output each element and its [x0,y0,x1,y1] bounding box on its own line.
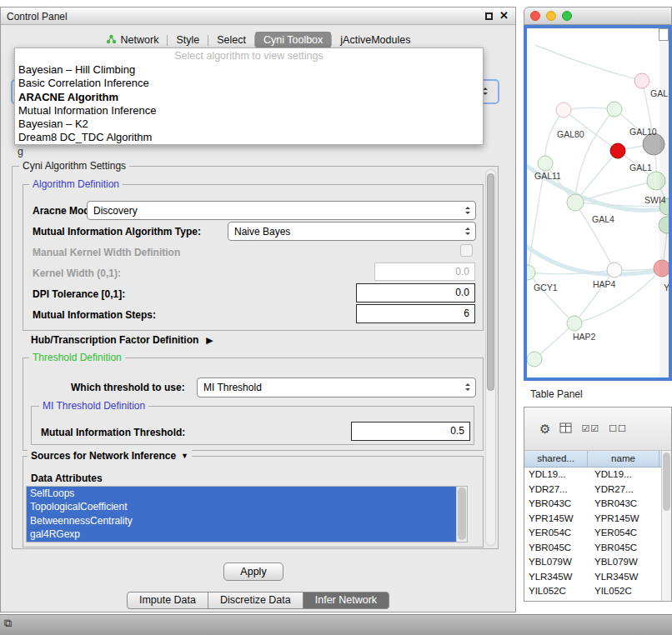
cell-name[interactable]: YDR27... [588,482,659,498]
cell-name[interactable]: YPR145W [588,512,659,527]
cell-shared-name[interactable]: YPR145W [524,512,588,527]
kernel-width-field[interactable]: 0.0 [374,262,475,281]
attribute-list-item[interactable]: gal4RGexp [27,528,456,541]
dropdown-item[interactable]: Bayesian – K2 [15,118,483,131]
combo-arrows-icon [463,378,475,397]
cell-name[interactable]: YIL052C [588,584,659,599]
table-scrollbar[interactable] [661,451,671,601]
tab-label: Cyni Toolbox [263,34,323,46]
tab-network[interactable]: Network [98,32,168,49]
select-columns-icon[interactable] [559,422,572,437]
dropdown-hint: Select algorithm to view settings [15,48,483,63]
node-gal4[interactable] [567,194,584,211]
node-label: GCY1 [534,282,558,292]
dropdown-item[interactable]: Basic Correlation Inference [15,77,483,90]
column-header-name[interactable]: name [588,451,659,467]
cell-name[interactable]: YBR043C [588,497,659,512]
zoom-traffic-light[interactable] [562,11,572,21]
cell-name[interactable]: YDL19... [588,468,659,482]
cell-shared-name[interactable]: YLR345W [524,570,588,585]
mi-steps-field[interactable]: 6 [356,304,475,323]
tab-cyni-toolbox[interactable]: Cyni Toolbox [255,32,331,48]
sources-toggle[interactable]: Sources for Network Inference ▼ [28,450,192,462]
dropdown-item[interactable]: Dream8 DC_TDC Algorithm [15,131,483,144]
dpi-tolerance-field[interactable]: 0.0 [356,283,475,302]
which-threshold-combo[interactable]: MI Threshold [197,378,476,398]
settings-scrollbar[interactable] [485,169,496,546]
table-header: shared... name [524,451,671,468]
node-gcy1[interactable] [527,265,535,280]
attribute-list-item[interactable]: BetweennessCentrality [27,514,456,528]
mi-type-combo[interactable]: Naive Bayes [228,222,476,241]
attribute-list-item[interactable]: SelfLoops [27,487,456,500]
float-window-icon[interactable] [485,12,493,20]
table-row[interactable]: YDR27... YDR27... 12 [524,482,671,498]
aracne-mode-combo[interactable]: Discovery [87,201,476,220]
table-row[interactable]: YER054C YER054C 8. [524,526,671,541]
dropdown-item[interactable]: Mutual Information Inference [15,104,483,118]
select-all-icon[interactable]: ☑☑ [581,423,599,434]
network-graph[interactable]: GAL GAL80 GAL10 GAL11 GAL1 SWI4 GAL4 GCY… [527,28,669,378]
cell-shared-name[interactable]: YBR045C [524,541,588,556]
cell-name[interactable]: YBL079W [588,555,659,570]
cell-shared-name[interactable]: YDL19... [524,468,588,482]
scrollbar-thumb[interactable] [458,488,466,540]
dropdown-item[interactable]: Bayesian – Hill Climbing [15,63,483,77]
attribute-list-scrollbar[interactable] [456,487,467,542]
cell-shared-name[interactable]: YBR043C [524,497,588,512]
mi-threshold-field[interactable]: 0.5 [351,422,470,441]
hub-definition-toggle[interactable]: Hub/Transcription Factor Definition ▶ [31,334,213,346]
network-scrollbar[interactable] [659,41,669,378]
cell-shared-name[interactable]: YER054C [524,526,588,541]
cell-shared-name[interactable]: YBL079W [524,555,588,570]
cell-shared-name[interactable]: YDR27... [524,482,588,498]
deselect-all-icon[interactable]: ☐☐ [609,423,627,434]
gear-icon[interactable]: ⚙ [539,422,550,437]
table-row[interactable]: YIL052C YIL052C [524,584,671,599]
manual-kernel-checkbox[interactable] [460,244,473,257]
tab-infer-network[interactable]: Infer Network [303,592,389,609]
table-row[interactable]: YBR043C YBR043C [524,497,671,512]
algorithm-definition-title: Algorithm Definition [29,178,123,190]
restore-panel-icon[interactable]: ⧉ [4,617,12,630]
network-canvas[interactable]: GAL GAL80 GAL10 GAL11 GAL1 SWI4 GAL4 GCY… [524,25,672,381]
tab-impute-data[interactable]: Impute Data [127,592,208,609]
node[interactable] [634,73,649,88]
node[interactable] [607,262,622,278]
combo-value: Naive Bayes [234,226,290,238]
tab-jactivemodules[interactable]: jActiveModules [332,32,419,48]
node-hap2[interactable] [567,316,582,331]
tab-style[interactable]: Style [168,32,208,48]
scrollbar-thumb[interactable] [663,452,670,511]
dropdown-item-selected[interactable]: ARACNE Algorithm [15,91,483,104]
apply-button[interactable]: Apply [223,562,283,581]
network-view-window: GAL GAL80 GAL10 GAL11 GAL1 SWI4 GAL4 GCY… [524,7,672,381]
table-row[interactable]: YLR345W YLR345W 9. [524,570,671,585]
scrollbar-thumb[interactable] [487,173,494,391]
table-row[interactable]: YPR145W YPR145W 9. [524,512,671,527]
table-row[interactable]: YBL079W YBL079W [524,555,671,570]
cell-shared-name[interactable]: YIL052C [524,584,588,599]
node[interactable] [556,102,571,118]
node-red[interactable] [610,143,625,158]
column-header-shared-name[interactable]: shared... [524,451,588,467]
mi-threshold-group-title: MI Threshold Definition [39,400,148,412]
tab-select[interactable]: Select [208,32,254,48]
table-row[interactable]: YBR045C YBR045C 9. [524,541,671,556]
cell-name[interactable]: YBR045C [588,541,659,556]
attribute-list-item[interactable]: TopologicalCoefficient [27,500,456,513]
close-icon[interactable]: ✕ [499,9,509,22]
node[interactable] [607,102,622,117]
node-label: HAP4 [593,279,616,289]
node[interactable] [527,352,542,367]
cell-name[interactable]: YER054C [588,526,659,541]
node[interactable] [538,156,553,171]
minimize-traffic-light[interactable] [546,11,556,21]
tab-discretize-data[interactable]: Discretize Data [208,592,303,609]
node-label: GAL1 [629,162,652,172]
cell-name[interactable]: YLR345W [588,570,659,585]
network-window-titlebar[interactable] [524,7,672,25]
network-scrollbar-button[interactable] [659,28,669,41]
table-row[interactable]: YDL19... YDL19... 13 [524,468,671,482]
close-traffic-light[interactable] [530,11,540,21]
